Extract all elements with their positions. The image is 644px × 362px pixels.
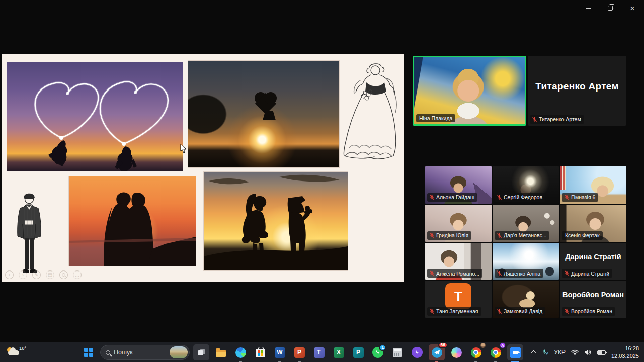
participant-tile[interactable]: Замковий Давід [493,281,559,318]
chrome-profile1-button[interactable] [468,344,484,360]
zoom-app-button[interactable] [507,344,523,360]
battery-icon[interactable] [597,350,606,355]
participant-big-name: Воробйов Роман [560,291,626,299]
muted-mic-icon [564,309,570,314]
microphone-tray-icon[interactable] [542,349,548,356]
slide-image-kids-sunset [204,172,348,270]
participant-name: Дарина Стратій [571,271,609,277]
file-explorer-button[interactable] [213,344,229,360]
participant-tile[interactable]: Т Таня Загуменная [425,281,492,318]
shredder-app-button[interactable] [389,344,406,360]
volume-icon[interactable] [584,349,592,355]
microsoft-store-button[interactable] [252,344,268,360]
weather-widget[interactable]: 18° [6,344,29,360]
slide-image-couple-sunset [69,176,196,266]
close-button[interactable]: × [628,4,637,12]
restore-icon [608,6,613,11]
copilot-button[interactable] [448,344,464,360]
previous-slide-button[interactable]: ‹ [5,270,14,279]
more-options-button[interactable]: … [73,270,82,279]
teams-button[interactable]: T [311,344,327,360]
excel-button[interactable]: X [331,344,347,360]
slide-image-light-hearts [7,62,183,171]
edge-button[interactable] [232,344,249,360]
shared-presentation-slide: ‹ › ✎ ▤ … [2,54,404,282]
task-view-icon [198,349,205,355]
wifi-icon[interactable] [571,349,579,355]
taskbar-search-box[interactable]: Пошук [100,345,190,360]
participant-big-name: Дарина Стратій [560,253,626,261]
participant-tile[interactable]: Гридіна Юлія [425,205,492,242]
minimize-button[interactable] [584,4,593,12]
whatsapp-button[interactable]: 1 [370,344,386,360]
telegram-button[interactable]: 66 [429,344,445,360]
start-button[interactable] [80,344,97,360]
zoom-icon [510,347,521,358]
slide-image-heart-sunset [188,61,339,167]
slideshow-controls: ‹ › ✎ ▤ … [5,270,82,279]
powerpoint-icon: P [294,347,305,358]
participant-name-badge: Титаренко Артем [530,115,584,124]
system-tray: УКР 16:28 12.03.2025 [532,342,639,362]
pinned-big-name: Титаренко Артем [528,81,626,92]
viber-button[interactable] [409,344,425,360]
participant-tile[interactable]: Альона Гайдаш [425,166,492,204]
participant-name: Анжела Романо... [436,271,479,277]
participant-grid: Альона Гайдаш Сергій Федоров Гімназія 6 … [425,166,626,318]
magnifier-icon [62,273,65,277]
search-placeholder: Пошук [114,349,166,356]
slide-clipart-groom-sketch [6,191,52,282]
search-daily-image[interactable] [170,346,188,358]
cloud-icon [8,350,19,355]
copilot-icon [451,347,462,358]
participant-tile[interactable]: Ксенія Фертак [560,205,626,242]
chrome-profile-avatar [480,342,486,348]
publisher-icon: P [353,347,364,358]
muted-mic-icon [564,195,570,200]
language-indicator[interactable]: УКР [554,349,566,356]
task-view-button[interactable] [193,344,209,360]
windows-logo-icon [84,348,93,357]
participant-tile[interactable]: Гімназія 6 [560,166,626,204]
teams-icon: T [314,347,325,358]
chrome-profile2-button[interactable]: A [488,344,504,360]
zoom-slide-button[interactable] [59,270,68,279]
chrome-icon [471,347,481,358]
participant-tile[interactable]: Анжела Романо... [425,243,492,280]
participant-name: Альона Гайдаш [436,195,474,200]
windows-taskbar: 18° Пошук [0,342,644,362]
word-button[interactable]: W [272,344,288,360]
slide-clipart-bride-sketch [342,58,405,160]
participant-tile[interactable]: Воробйов Роман Воробйов Роман [560,281,626,318]
active-speaker-tile[interactable]: Ніна Плакида [413,56,526,126]
speaker-name-badge: Ніна Плакида [416,114,455,123]
muted-mic-icon [497,270,502,276]
excel-icon: X [334,347,344,358]
participant-avatar: Т [445,283,471,309]
edge-icon [235,347,246,358]
mouse-cursor [180,144,187,153]
publisher-button[interactable]: P [350,344,366,360]
tray-time: 16:28 [611,345,639,352]
participant-tile[interactable]: Дарина Стратій Дарина Стратій [560,243,626,280]
pinned-participant-tile[interactable]: Титаренко Артем Титаренко Артем [528,56,626,126]
muted-mic-icon [429,270,435,276]
close-icon: × [630,4,635,13]
muted-mic-icon [532,117,537,122]
participant-tile[interactable]: Ляшенко Аліна [493,243,559,280]
store-icon [256,349,265,357]
all-slides-button[interactable]: ▤ [46,270,54,279]
muted-mic-icon [429,233,435,238]
participant-tile[interactable]: Дар'я Метановс... [493,205,559,242]
zoom-meeting-window: × [0,0,644,362]
muted-mic-icon [497,309,502,314]
next-slide-button[interactable]: › [19,270,27,279]
clock-widget[interactable]: 16:28 12.03.2025 [611,345,639,360]
tray-overflow-chevron-icon[interactable] [531,350,536,356]
restore-button[interactable] [606,4,615,12]
participant-name: Таня Загуменная [436,309,478,314]
annotate-pen-button[interactable]: ✎ [32,270,41,279]
participant-name: Воробйов Роман [571,309,612,314]
participant-tile[interactable]: Сергій Федоров [493,166,559,204]
powerpoint-button[interactable]: P [291,344,307,360]
